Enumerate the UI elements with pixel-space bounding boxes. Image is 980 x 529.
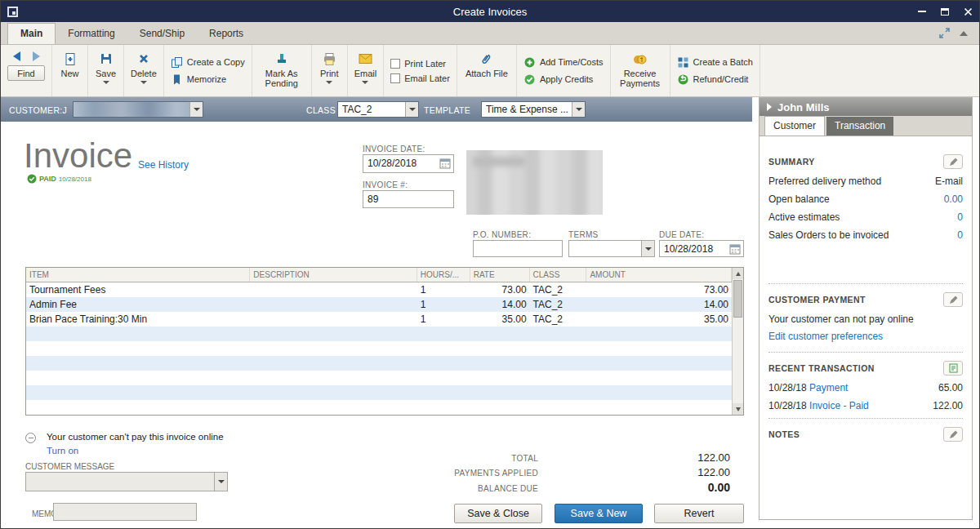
email-button[interactable]: Email — [348, 45, 385, 96]
tab-main[interactable]: Main — [7, 23, 56, 44]
item-cell[interactable]: Tournament Fees — [26, 282, 250, 297]
sales-orders-link[interactable]: 0 — [957, 229, 963, 241]
invoice-number-field[interactable]: 89 — [363, 190, 454, 208]
rate-cell[interactable]: 14.00 — [470, 297, 530, 312]
tab-formatting[interactable]: Formatting — [56, 24, 127, 44]
back-arrow-button[interactable] — [9, 51, 24, 62]
description-cell[interactable] — [250, 312, 417, 327]
close-button[interactable] — [956, 1, 979, 22]
find-button[interactable]: Find — [7, 65, 45, 81]
scrollbar-up-button[interactable] — [733, 268, 743, 279]
memorize-button[interactable]: Memorize — [171, 73, 245, 86]
forward-arrow-button[interactable] — [29, 51, 43, 62]
edit-summary-button[interactable] — [943, 154, 963, 169]
tab-reports[interactable]: Reports — [197, 24, 256, 44]
description-cell[interactable] — [250, 282, 417, 297]
class-combo[interactable]: TAC_2 — [337, 101, 419, 118]
edit-customer-payment-button[interactable] — [943, 292, 963, 307]
template-combo[interactable]: Time & Expense ... — [481, 101, 586, 118]
amount-cell[interactable]: 14.00 — [586, 297, 732, 312]
item-cell[interactable]: Admin Fee — [26, 297, 250, 312]
class-label: CLASS — [306, 105, 336, 115]
hours-cell[interactable]: 1 — [417, 312, 470, 327]
collapse-ribbon-icon[interactable] — [960, 31, 968, 36]
transaction-link[interactable]: Payment — [809, 382, 848, 393]
add-time-costs-button[interactable]: Add Time/Costs — [523, 56, 604, 69]
edit-notes-button[interactable] — [943, 427, 963, 442]
transaction-amount: 65.00 — [938, 382, 963, 393]
amount-cell[interactable]: 35.00 — [586, 312, 732, 327]
class-cell[interactable]: TAC_2 — [530, 282, 587, 297]
item-cell[interactable]: Brian Pace Training:30 Min — [26, 312, 250, 327]
customer-message-combo[interactable] — [25, 472, 228, 491]
class-cell[interactable]: TAC_2 — [530, 312, 587, 327]
terms-combo[interactable] — [568, 240, 655, 257]
amount-cell[interactable]: 73.00 — [586, 282, 732, 297]
mark-as-pending-button[interactable]: Mark As Pending — [252, 45, 312, 96]
attach-file-button[interactable]: Attach File — [457, 45, 517, 96]
save-new-button[interactable]: Save & New — [555, 504, 643, 523]
notes-heading: NOTES — [768, 429, 800, 439]
transaction-link[interactable]: Invoice - Paid — [809, 400, 869, 411]
billing-address-redacted[interactable] — [466, 150, 603, 215]
scrollbar-down-button[interactable] — [733, 403, 743, 415]
receive-payments-button[interactable]: Receive Payments — [611, 45, 670, 96]
empty-line-row[interactable] — [26, 327, 732, 341]
customer-combo-caret[interactable] — [189, 102, 203, 117]
email-later-checkbox[interactable]: Email Later — [390, 73, 450, 83]
tab-send-ship[interactable]: Send/Ship — [127, 24, 197, 44]
empty-line-row[interactable] — [26, 341, 732, 356]
tab-transaction[interactable]: Transaction — [826, 117, 893, 136]
calendar-icon[interactable] — [439, 158, 451, 171]
hours-cell[interactable]: 1 — [417, 297, 470, 312]
empty-line-row[interactable] — [26, 371, 732, 385]
summary-row: Open balance 0.00 — [768, 193, 963, 205]
edit-customer-preferences-link[interactable]: Edit customer preferences — [768, 331, 963, 342]
sidebar-header[interactable]: John Mills — [760, 98, 972, 116]
save-close-button[interactable]: Save & Close — [454, 504, 542, 523]
empty-line-row[interactable] — [26, 400, 732, 415]
template-combo-caret[interactable] — [572, 102, 585, 117]
po-number-field[interactable] — [473, 240, 563, 257]
maximize-button[interactable] — [933, 1, 956, 22]
invoice-date-field[interactable]: 10/28/2018 — [363, 154, 454, 173]
minimize-button[interactable] — [911, 1, 933, 22]
hours-cell[interactable]: 1 — [417, 282, 470, 297]
tab-customer[interactable]: Customer — [764, 116, 825, 136]
apply-credits-button[interactable]: Apply Credits — [523, 73, 604, 86]
customer-combo[interactable] — [73, 101, 203, 118]
open-balance-link[interactable]: 0.00 — [944, 193, 963, 205]
create-batch-button[interactable]: Create a Batch — [677, 56, 753, 69]
refund-credit-button[interactable]: Refund/Credit — [677, 73, 753, 86]
scrollbar-thumb[interactable] — [733, 280, 742, 318]
delete-button[interactable]: Delete — [124, 45, 164, 96]
class-cell[interactable]: TAC_2 — [530, 297, 587, 312]
terms-combo-caret[interactable] — [641, 241, 654, 256]
create-copy-button[interactable]: Create a Copy — [171, 56, 245, 69]
print-later-checkbox[interactable]: Print Later — [390, 59, 450, 69]
rate-cell[interactable]: 35.00 — [470, 312, 530, 327]
empty-line-row[interactable] — [26, 356, 732, 371]
revert-button[interactable]: Revert — [654, 504, 744, 523]
save-button[interactable]: Save — [88, 45, 124, 96]
mark-pending-icon — [275, 51, 288, 67]
empty-line-row[interactable] — [26, 385, 732, 400]
table-scrollbar[interactable] — [732, 268, 743, 415]
column-header-hours: HOURS/... — [417, 268, 470, 282]
turn-on-link[interactable]: Turn on — [47, 446, 78, 456]
rate-cell[interactable]: 73.00 — [470, 282, 530, 297]
due-date-field[interactable]: 10/28/2018 — [659, 240, 744, 257]
calendar-icon[interactable] — [729, 243, 741, 257]
memo-field[interactable] — [53, 503, 197, 521]
window-title: Create Invoices — [1, 6, 979, 18]
pencil-icon — [949, 296, 958, 305]
recent-transaction-report-button[interactable] — [943, 361, 963, 376]
class-combo-caret[interactable] — [405, 102, 418, 117]
expand-ribbon-icon[interactable] — [939, 28, 950, 38]
print-button[interactable]: Print — [312, 45, 348, 96]
active-estimates-link[interactable]: 0 — [957, 211, 963, 223]
new-button[interactable]: New — [52, 45, 88, 96]
description-cell[interactable] — [250, 297, 417, 312]
customer-message-caret[interactable] — [214, 473, 227, 491]
see-history-link[interactable]: See History — [138, 159, 189, 171]
